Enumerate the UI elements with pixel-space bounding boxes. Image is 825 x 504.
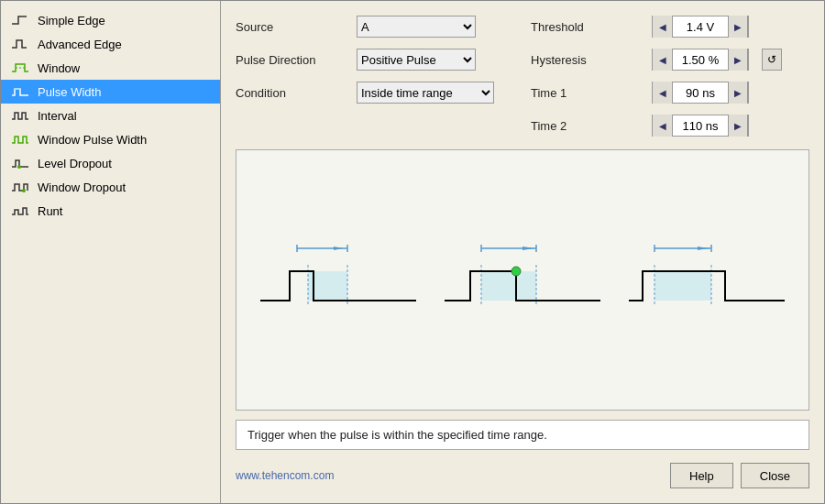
pulse-width-icon	[10, 84, 30, 99]
sidebar-item-window-pulse-width[interactable]: Window Pulse Width	[1, 127, 220, 151]
level-dropout-icon	[10, 156, 30, 170]
main-panel: Source A B C D Pulse Direction Positive …	[221, 1, 824, 503]
svg-point-21	[512, 267, 521, 276]
condition-select[interactable]: Inside time range Outside time range Sho…	[357, 82, 494, 104]
info-box: Trigger when the pulse is within the spe…	[236, 420, 809, 450]
svg-marker-16	[522, 247, 534, 250]
sidebar-item-level-dropout[interactable]: Level Dropout	[1, 151, 220, 175]
hysteresis-decrement[interactable]: ◀	[653, 49, 673, 71]
sidebar-label-pulse-width: Pulse Width	[38, 85, 101, 99]
sidebar-item-window[interactable]: Window	[1, 56, 220, 80]
runt-icon	[10, 203, 30, 218]
window-dropout-icon	[10, 180, 30, 194]
sidebar-label-runt: Runt	[38, 204, 62, 218]
hysteresis-value: 1.50 %	[673, 53, 728, 67]
sidebar-label-window-dropout: Window Dropout	[38, 181, 126, 194]
sidebar-item-window-dropout[interactable]: Window Dropout	[1, 175, 220, 199]
window-pulse-width-icon	[10, 132, 30, 147]
sidebar-item-simple-edge[interactable]: Simple Edge	[1, 8, 220, 32]
sidebar: Simple Edge Advanced Edge Window	[1, 1, 221, 503]
svg-rect-17	[481, 271, 536, 301]
time2-row: Time 2 ◀ 110 ns ▶	[531, 115, 782, 137]
diagram-area	[236, 149, 809, 411]
footer: www.tehencom.com Help Close	[236, 459, 809, 488]
window-icon	[10, 60, 30, 75]
close-button[interactable]: Close	[741, 463, 809, 488]
threshold-row: Threshold ◀ 1.4 V ▶	[531, 16, 782, 38]
source-label: Source	[236, 20, 346, 34]
threshold-spinner: ◀ 1.4 V ▶	[652, 16, 749, 38]
help-button[interactable]: Help	[670, 463, 733, 488]
footer-buttons: Help Close	[670, 463, 809, 488]
footer-link: www.tehencom.com	[236, 469, 334, 482]
pulse-direction-row: Pulse Direction Positive Pulse Negative …	[236, 49, 494, 71]
pulse-direction-label: Pulse Direction	[236, 53, 346, 67]
time1-increment[interactable]: ▶	[728, 82, 748, 104]
sidebar-item-pulse-width[interactable]: Pulse Width	[1, 80, 220, 104]
hysteresis-spinner: ◀ 1.50 % ▶	[652, 49, 749, 71]
diagram-1	[251, 230, 425, 331]
threshold-increment[interactable]: ▶	[728, 16, 748, 38]
sidebar-item-runt[interactable]: Runt	[1, 199, 220, 223]
time1-value: 90 ns	[673, 86, 728, 100]
sidebar-item-interval[interactable]: Interval	[1, 104, 220, 127]
time2-spinner: ◀ 110 ns ▶	[652, 115, 749, 137]
threshold-value: 1.4 V	[673, 20, 728, 34]
condition-label: Condition	[236, 86, 346, 100]
svg-marker-25	[698, 247, 710, 250]
time2-decrement[interactable]: ◀	[653, 115, 673, 137]
svg-rect-26	[654, 271, 711, 301]
svg-point-3	[17, 165, 21, 169]
simple-edge-icon	[10, 13, 30, 27]
advanced-edge-icon	[10, 37, 30, 51]
hysteresis-row: Hysteresis ◀ 1.50 % ▶ ↺	[531, 49, 782, 71]
sidebar-label-advanced-edge: Advanced Edge	[38, 38, 122, 51]
hysteresis-increment[interactable]: ▶	[728, 49, 748, 71]
sidebar-item-advanced-edge[interactable]: Advanced Edge	[1, 32, 220, 56]
diagram-2	[435, 230, 610, 331]
svg-marker-8	[334, 247, 343, 250]
time2-value: 110 ns	[673, 119, 728, 133]
source-select[interactable]: A B C D	[357, 16, 476, 38]
interval-icon	[10, 108, 30, 123]
time1-label: Time 1	[531, 86, 641, 100]
sidebar-label-level-dropout: Level Dropout	[38, 157, 112, 170]
source-row: Source A B C D	[236, 16, 494, 38]
time1-row: Time 1 ◀ 90 ns ▶	[531, 82, 782, 104]
hysteresis-reset[interactable]: ↺	[762, 49, 782, 71]
time2-label: Time 2	[531, 119, 641, 133]
info-text: Trigger when the pulse is within the spe…	[248, 428, 547, 442]
sidebar-label-simple-edge: Simple Edge	[38, 14, 105, 27]
pulse-direction-select[interactable]: Positive Pulse Negative Pulse	[357, 49, 476, 71]
threshold-label: Threshold	[531, 20, 641, 34]
sidebar-label-window-pulse-width: Window Pulse Width	[38, 133, 147, 147]
condition-row: Condition Inside time range Outside time…	[236, 82, 494, 104]
threshold-decrement[interactable]: ◀	[653, 16, 673, 38]
svg-point-4	[22, 189, 26, 192]
hysteresis-label: Hysteresis	[531, 53, 641, 67]
time2-increment[interactable]: ▶	[728, 115, 748, 137]
sidebar-label-window: Window	[38, 61, 80, 75]
time1-decrement[interactable]: ◀	[653, 82, 673, 104]
diagram-3	[620, 230, 794, 331]
sidebar-label-interval: Interval	[38, 109, 77, 123]
time1-spinner: ◀ 90 ns ▶	[652, 82, 749, 104]
